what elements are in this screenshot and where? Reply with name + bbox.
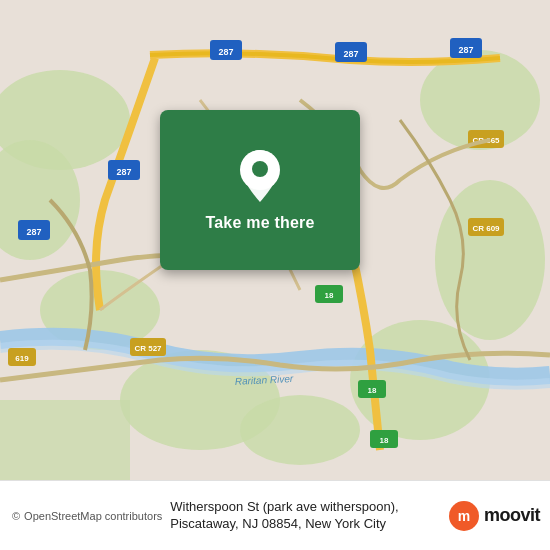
svg-text:18: 18: [368, 386, 377, 395]
address-text: Witherspoon St (park ave witherspoon), P…: [170, 499, 440, 533]
svg-text:m: m: [458, 508, 470, 524]
svg-text:CR 527: CR 527: [134, 344, 162, 353]
svg-rect-9: [0, 400, 130, 480]
svg-text:619: 619: [15, 354, 29, 363]
moovit-text: moovit: [484, 505, 540, 526]
copyright-symbol: ©: [12, 510, 20, 522]
map-container: 287 287 287 287 287 18 18 18 CR 665 CR 6…: [0, 0, 550, 480]
take-me-there-label: Take me there: [205, 214, 314, 232]
svg-text:287: 287: [26, 227, 41, 237]
svg-text:CR 609: CR 609: [472, 224, 500, 233]
svg-text:287: 287: [458, 45, 473, 55]
svg-text:18: 18: [325, 291, 334, 300]
bottom-bar: © OpenStreetMap contributors Witherspoon…: [0, 480, 550, 550]
svg-text:287: 287: [343, 49, 358, 59]
location-pin-icon: [238, 148, 282, 204]
svg-point-8: [240, 395, 360, 465]
svg-text:18: 18: [380, 436, 389, 445]
moovit-logo: m moovit: [448, 500, 540, 532]
take-me-there-button[interactable]: Take me there: [160, 110, 360, 270]
svg-text:287: 287: [218, 47, 233, 57]
osm-credit: OpenStreetMap contributors: [24, 510, 162, 522]
moovit-icon: m: [448, 500, 480, 532]
svg-point-37: [252, 161, 268, 177]
svg-text:287: 287: [116, 167, 131, 177]
